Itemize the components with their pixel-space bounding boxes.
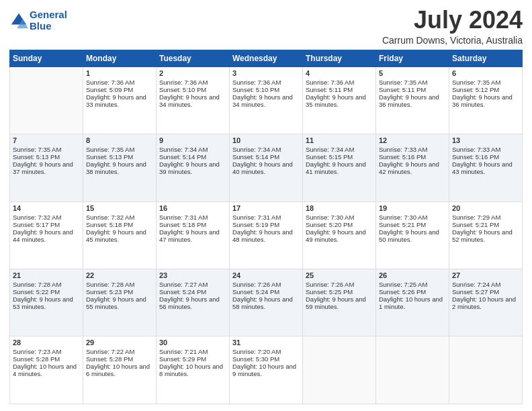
daylight-text: Daylight: 9 hours and 39 minutes. [159, 161, 226, 175]
col-header-sunday: Sunday [10, 50, 83, 66]
sunrise-text: Sunrise: 7:33 AM [452, 146, 519, 153]
day-number: 29 [86, 338, 153, 347]
sunrise-text: Sunrise: 7:27 AM [159, 281, 226, 288]
calendar-cell: 28Sunrise: 7:23 AMSunset: 5:28 PMDayligh… [10, 336, 83, 404]
calendar-cell: 10Sunrise: 7:34 AMSunset: 5:14 PMDayligh… [230, 134, 303, 201]
daylight-text: Daylight: 9 hours and 34 minutes. [232, 93, 300, 108]
sunset-text: Sunset: 5:29 PM [159, 355, 226, 363]
sunrise-text: Sunrise: 7:36 AM [306, 79, 373, 86]
sunrise-text: Sunrise: 7:26 AM [306, 281, 373, 288]
sunset-text: Sunset: 5:23 PM [86, 288, 153, 295]
daylight-text: Daylight: 9 hours and 36 minutes. [379, 93, 446, 108]
sunrise-text: Sunrise: 7:31 AM [232, 214, 300, 221]
sunset-text: Sunset: 5:30 PM [232, 355, 300, 363]
sunrise-text: Sunrise: 7:24 AM [452, 281, 519, 288]
page: General Blue July 2024 Carrum Downs, Vic… [0, 0, 532, 411]
day-number: 5 [379, 69, 446, 77]
day-number: 23 [159, 271, 226, 279]
col-header-thursday: Thursday [303, 50, 376, 66]
day-number: 2 [159, 69, 226, 77]
calendar-cell: 6Sunrise: 7:35 AMSunset: 5:12 PMDaylight… [449, 66, 523, 134]
daylight-text: Daylight: 9 hours and 50 minutes. [379, 228, 446, 243]
calendar-cell: 31Sunrise: 7:20 AMSunset: 5:30 PMDayligh… [230, 336, 303, 404]
sunrise-text: Sunrise: 7:32 AM [86, 214, 153, 221]
sunrise-text: Sunrise: 7:28 AM [13, 281, 80, 288]
sunset-text: Sunset: 5:19 PM [232, 221, 300, 228]
calendar-cell: 16Sunrise: 7:31 AMSunset: 5:18 PMDayligh… [157, 201, 230, 269]
daylight-text: Daylight: 9 hours and 36 minutes. [452, 93, 519, 108]
sunset-text: Sunset: 5:21 PM [379, 221, 446, 228]
daylight-text: Daylight: 10 hours and 8 minutes. [159, 363, 226, 377]
day-number: 10 [232, 136, 300, 144]
daylight-text: Daylight: 9 hours and 47 minutes. [159, 228, 226, 243]
sunset-text: Sunset: 5:10 PM [159, 86, 226, 93]
sunset-text: Sunset: 5:24 PM [232, 288, 300, 295]
day-number: 17 [232, 204, 300, 212]
sunrise-text: Sunrise: 7:30 AM [379, 214, 446, 221]
subtitle: Carrum Downs, Victoria, Australia [382, 35, 523, 46]
sunset-text: Sunset: 5:25 PM [306, 288, 373, 295]
sunrise-text: Sunrise: 7:22 AM [86, 348, 153, 355]
daylight-text: Daylight: 10 hours and 6 minutes. [86, 363, 153, 377]
calendar-cell: 20Sunrise: 7:29 AMSunset: 5:21 PMDayligh… [449, 201, 523, 269]
header: General Blue July 2024 Carrum Downs, Vic… [9, 7, 523, 46]
day-number: 16 [159, 204, 226, 212]
main-title: July 2024 [382, 7, 523, 34]
daylight-text: Daylight: 9 hours and 44 minutes. [13, 228, 80, 243]
day-number: 15 [86, 204, 153, 212]
col-header-wednesday: Wednesday [230, 50, 303, 66]
sunrise-text: Sunrise: 7:23 AM [13, 348, 80, 355]
daylight-text: Daylight: 10 hours and 9 minutes. [232, 363, 300, 377]
daylight-text: Daylight: 9 hours and 37 minutes. [13, 161, 80, 175]
daylight-text: Daylight: 9 hours and 49 minutes. [306, 228, 373, 243]
logo-line1: General [30, 9, 67, 20]
sunset-text: Sunset: 5:16 PM [452, 153, 519, 161]
calendar-cell: 17Sunrise: 7:31 AMSunset: 5:19 PMDayligh… [230, 201, 303, 269]
calendar-cell: 7Sunrise: 7:35 AMSunset: 5:13 PMDaylight… [10, 134, 83, 201]
sunset-text: Sunset: 5:14 PM [159, 153, 226, 161]
calendar-cell: 29Sunrise: 7:22 AMSunset: 5:28 PMDayligh… [83, 336, 157, 404]
sunrise-text: Sunrise: 7:26 AM [232, 281, 300, 288]
col-header-monday: Monday [83, 50, 157, 66]
daylight-text: Daylight: 9 hours and 55 minutes. [86, 295, 153, 310]
sunrise-text: Sunrise: 7:35 AM [452, 79, 519, 86]
calendar-cell: 11Sunrise: 7:34 AMSunset: 5:15 PMDayligh… [303, 134, 376, 201]
day-number: 19 [379, 204, 446, 212]
sunset-text: Sunset: 5:16 PM [379, 153, 446, 161]
sunrise-text: Sunrise: 7:34 AM [159, 146, 226, 153]
daylight-text: Daylight: 9 hours and 38 minutes. [86, 161, 153, 175]
daylight-text: Daylight: 10 hours and 4 minutes. [13, 363, 80, 377]
daylight-text: Daylight: 9 hours and 59 minutes. [306, 295, 373, 310]
daylight-text: Daylight: 9 hours and 41 minutes. [306, 161, 373, 175]
sunset-text: Sunset: 5:14 PM [232, 153, 300, 161]
sunrise-text: Sunrise: 7:34 AM [306, 146, 373, 153]
sunset-text: Sunset: 5:18 PM [86, 221, 153, 228]
sunrise-text: Sunrise: 7:36 AM [159, 79, 226, 86]
daylight-text: Daylight: 9 hours and 33 minutes. [86, 93, 153, 108]
day-number: 4 [306, 69, 373, 77]
calendar-table: SundayMondayTuesdayWednesdayThursdayFrid… [9, 50, 523, 404]
day-number: 14 [13, 204, 80, 212]
daylight-text: Daylight: 9 hours and 53 minutes. [13, 295, 80, 310]
sunrise-text: Sunrise: 7:35 AM [379, 79, 446, 86]
sunrise-text: Sunrise: 7:35 AM [86, 146, 153, 153]
daylight-text: Daylight: 9 hours and 58 minutes. [232, 295, 300, 310]
calendar-cell: 9Sunrise: 7:34 AMSunset: 5:14 PMDaylight… [157, 134, 230, 201]
day-number: 9 [159, 136, 226, 144]
calendar-week-4: 21Sunrise: 7:28 AMSunset: 5:22 PMDayligh… [10, 269, 523, 336]
sunrise-text: Sunrise: 7:36 AM [232, 79, 300, 86]
calendar-cell: 8Sunrise: 7:35 AMSunset: 5:13 PMDaylight… [83, 134, 157, 201]
col-header-saturday: Saturday [449, 50, 523, 66]
sunset-text: Sunset: 5:15 PM [306, 153, 373, 161]
sunset-text: Sunset: 5:18 PM [159, 221, 226, 228]
title-area: July 2024 Carrum Downs, Victoria, Austra… [382, 7, 523, 46]
daylight-text: Daylight: 9 hours and 35 minutes. [306, 93, 373, 108]
daylight-text: Daylight: 9 hours and 56 minutes. [159, 295, 226, 310]
calendar-cell: 4Sunrise: 7:36 AMSunset: 5:11 PMDaylight… [303, 66, 376, 134]
day-number: 30 [159, 338, 226, 347]
day-number: 20 [452, 204, 519, 212]
calendar-cell: 19Sunrise: 7:30 AMSunset: 5:21 PMDayligh… [376, 201, 449, 269]
day-number: 22 [86, 271, 153, 279]
sunset-text: Sunset: 5:26 PM [379, 288, 446, 295]
calendar-cell: 18Sunrise: 7:30 AMSunset: 5:20 PMDayligh… [303, 201, 376, 269]
